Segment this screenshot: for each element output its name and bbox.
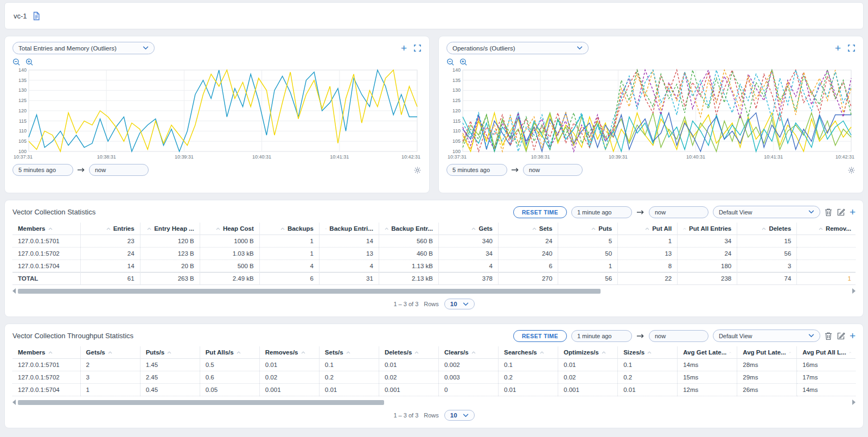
reset-time-button[interactable]: RESET TIME	[513, 206, 567, 218]
time-from-input[interactable]: 5 minutes ago	[12, 164, 73, 176]
document-icon[interactable]	[32, 11, 41, 21]
time-to-input[interactable]: now	[649, 206, 709, 218]
column-header[interactable]: Backup Entr...	[379, 223, 438, 235]
svg-text:10:37:31: 10:37:31	[448, 154, 467, 160]
time-to-input[interactable]: now	[523, 164, 583, 176]
column-header[interactable]: Put All	[618, 223, 678, 235]
view-select[interactable]: Default View	[713, 330, 820, 342]
sort-caret-icon	[346, 351, 350, 354]
column-header[interactable]: Clears/s	[438, 346, 498, 359]
column-header[interactable]: Removes/s	[259, 346, 319, 359]
table-cell: 0.5	[200, 359, 259, 371]
table-row: 127.0.0.1:570224123 B1.03 kB113460 B3424…	[12, 248, 856, 260]
table-cell: 0.1	[319, 359, 379, 371]
time-from-input[interactable]: 1 minute ago	[571, 206, 632, 218]
column-header[interactable]: Sets	[499, 223, 558, 235]
scroll-right-icon[interactable]	[852, 400, 856, 405]
metric-select[interactable]: Total Entries and Memory (Outliers)	[12, 42, 155, 54]
column-header[interactable]: Avg Put Late...	[737, 346, 797, 359]
column-header[interactable]: Avg Put All L...	[797, 346, 856, 359]
time-to-input[interactable]: now	[649, 330, 709, 342]
table-cell: 56	[558, 273, 618, 285]
column-header[interactable]: Entries	[80, 223, 140, 235]
column-header[interactable]: Remov...	[797, 223, 856, 235]
table-cell: 3	[737, 260, 797, 273]
horizontal-scrollbar[interactable]	[12, 400, 856, 405]
table-cell: 0.01	[319, 384, 379, 396]
column-header[interactable]: Put Alls/s	[200, 346, 259, 359]
time-to-input[interactable]: now	[89, 164, 149, 176]
table-cell	[797, 248, 856, 260]
add-view-icon[interactable]: +	[850, 208, 856, 216]
table-cell: 13	[618, 248, 678, 260]
edit-view-icon[interactable]	[837, 332, 845, 340]
delete-view-icon[interactable]	[825, 332, 832, 340]
arrow-right-icon	[636, 333, 644, 339]
table-cell: 2.49 kB	[200, 273, 259, 285]
zoom-out-icon[interactable]	[446, 58, 455, 66]
column-header[interactable]: Avg Get Late...	[678, 346, 737, 359]
table-cell: 0.001	[379, 384, 438, 396]
zoom-out-icon[interactable]	[12, 58, 21, 66]
column-header[interactable]: Puts/s	[140, 346, 200, 359]
table-cell: 2.45	[140, 371, 200, 384]
scroll-left-icon[interactable]	[12, 288, 16, 294]
column-header[interactable]: Gets	[438, 223, 498, 235]
table-cell: 74	[737, 273, 797, 285]
horizontal-scrollbar[interactable]	[12, 288, 856, 294]
zoom-in-icon[interactable]	[459, 58, 468, 66]
scrollbar-thumb[interactable]	[18, 400, 384, 405]
metric-select[interactable]: Operations/s (Outliers)	[446, 42, 589, 54]
table-cell: 0.1	[499, 359, 558, 371]
table-cell: 340	[438, 235, 498, 248]
time-from-input[interactable]: 1 minute ago	[571, 330, 632, 342]
column-header[interactable]: Deletes/s	[379, 346, 438, 359]
gear-icon[interactable]	[847, 166, 856, 174]
column-header[interactable]: Put All Entries	[678, 223, 737, 235]
gear-icon[interactable]	[413, 166, 422, 174]
sort-caret-icon	[48, 227, 53, 230]
view-select[interactable]: Default View	[713, 206, 820, 218]
column-header[interactable]: Sizes/s	[618, 346, 678, 359]
column-header[interactable]: Puts	[558, 223, 618, 235]
sort-caret-icon	[849, 351, 851, 354]
column-header[interactable]: Members	[12, 346, 80, 359]
column-header[interactable]: Deletes	[737, 223, 797, 235]
edit-view-icon[interactable]	[837, 208, 845, 217]
column-header[interactable]: Sets/s	[319, 346, 379, 359]
column-header[interactable]: Gets/s	[80, 346, 140, 359]
page-size-select[interactable]: 10	[444, 410, 475, 421]
scrollbar-thumb[interactable]	[18, 289, 601, 294]
svg-text:125: 125	[452, 98, 461, 103]
table-cell: 127.0.0.1:5704	[12, 384, 80, 396]
fullscreen-icon[interactable]	[847, 44, 856, 52]
reset-time-button[interactable]: RESET TIME	[513, 330, 567, 342]
table-cell	[797, 235, 856, 248]
svg-text:120: 120	[452, 108, 461, 113]
column-header[interactable]: Backups	[259, 223, 319, 235]
line-chart-entries-memory[interactable]: 10010511011512012513013514010:37:3110:38…	[12, 67, 422, 161]
zoom-in-icon[interactable]	[25, 58, 34, 66]
add-chart-icon[interactable]: +	[835, 45, 841, 52]
table-cell: 14	[80, 260, 140, 273]
time-from-input[interactable]: 5 minutes ago	[446, 164, 507, 176]
column-header[interactable]: Heap Cost	[200, 223, 259, 235]
scroll-right-icon[interactable]	[852, 288, 856, 294]
delete-view-icon[interactable]	[825, 208, 832, 217]
column-header[interactable]: Backup Entri...	[319, 223, 379, 235]
column-header[interactable]: Members	[12, 223, 80, 235]
page-size-select[interactable]: 10	[444, 299, 475, 309]
table-cell: 263 B	[140, 273, 200, 285]
line-chart-operations[interactable]: 10010511011512012513013514010:37:3110:38…	[446, 67, 856, 161]
column-header[interactable]: Entry Heap ...	[140, 223, 200, 235]
table-cell: 0	[438, 384, 498, 396]
chart-series	[463, 113, 851, 151]
table-cell: 0.02	[558, 371, 618, 384]
add-view-icon[interactable]: +	[850, 332, 856, 340]
fullscreen-icon[interactable]	[413, 44, 422, 52]
column-header[interactable]: Optimizes/s	[558, 346, 618, 359]
scroll-left-icon[interactable]	[12, 400, 16, 405]
add-chart-icon[interactable]: +	[401, 45, 407, 52]
column-header[interactable]: Searches/s	[499, 346, 558, 359]
svg-text:110: 110	[19, 128, 27, 134]
